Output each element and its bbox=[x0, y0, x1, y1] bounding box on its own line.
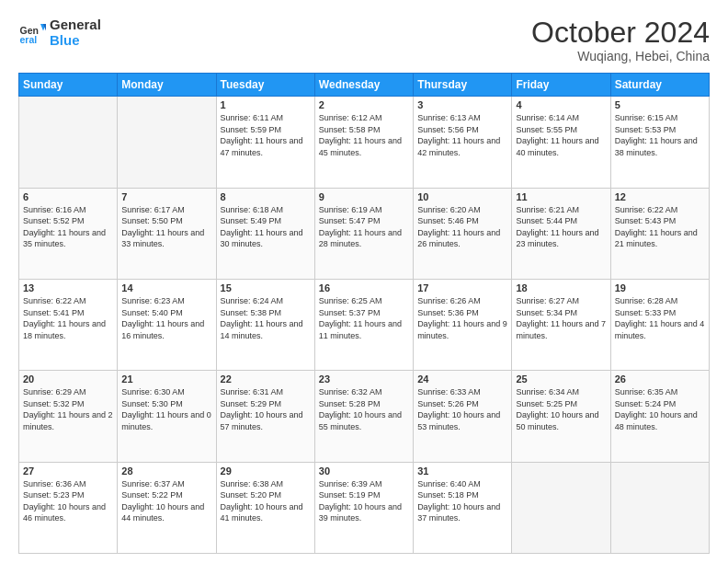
day-info: Sunrise: 6:21 AMSunset: 5:44 PMDaylight:… bbox=[516, 204, 606, 250]
day-number: 10 bbox=[417, 191, 507, 202]
day-info: Sunrise: 6:30 AMSunset: 5:30 PMDaylight:… bbox=[121, 386, 211, 432]
calendar-cell: 22Sunrise: 6:31 AMSunset: 5:29 PMDayligh… bbox=[216, 371, 314, 462]
day-number: 18 bbox=[516, 282, 606, 293]
calendar-cell: 24Sunrise: 6:33 AMSunset: 5:26 PMDayligh… bbox=[414, 371, 512, 462]
svg-text:eral: eral bbox=[20, 34, 38, 45]
calendar-week-row: 27Sunrise: 6:36 AMSunset: 5:23 PMDayligh… bbox=[19, 462, 710, 553]
calendar-cell: 17Sunrise: 6:26 AMSunset: 5:36 PMDayligh… bbox=[414, 279, 512, 370]
day-number: 11 bbox=[516, 191, 606, 202]
calendar-cell: 26Sunrise: 6:35 AMSunset: 5:24 PMDayligh… bbox=[610, 371, 709, 462]
calendar-cell: 4Sunrise: 6:14 AMSunset: 5:55 PMDaylight… bbox=[512, 97, 610, 188]
day-info: Sunrise: 6:25 AMSunset: 5:37 PMDaylight:… bbox=[319, 295, 409, 341]
day-number: 31 bbox=[417, 465, 507, 477]
calendar-cell: 3Sunrise: 6:13 AMSunset: 5:56 PMDaylight… bbox=[414, 97, 512, 188]
calendar-header-row: SundayMondayTuesdayWednesdayThursdayFrid… bbox=[19, 74, 710, 97]
calendar-cell: 8Sunrise: 6:18 AMSunset: 5:49 PMDaylight… bbox=[216, 188, 314, 279]
day-number: 19 bbox=[615, 282, 705, 293]
day-info: Sunrise: 6:17 AMSunset: 5:50 PMDaylight:… bbox=[121, 204, 211, 250]
day-info: Sunrise: 6:14 AMSunset: 5:55 PMDaylight:… bbox=[516, 112, 606, 158]
day-info: Sunrise: 6:29 AMSunset: 5:32 PMDaylight:… bbox=[23, 386, 113, 432]
location: Wuqiang, Hebei, China bbox=[531, 49, 710, 63]
calendar-cell: 30Sunrise: 6:39 AMSunset: 5:19 PMDayligh… bbox=[314, 462, 413, 553]
logo-general: General bbox=[50, 17, 101, 32]
day-info: Sunrise: 6:16 AMSunset: 5:52 PMDaylight:… bbox=[23, 204, 113, 250]
calendar-week-row: 13Sunrise: 6:22 AMSunset: 5:41 PMDayligh… bbox=[19, 279, 710, 370]
day-number: 5 bbox=[615, 99, 705, 110]
day-number: 22 bbox=[221, 373, 311, 385]
day-info: Sunrise: 6:22 AMSunset: 5:43 PMDaylight:… bbox=[615, 204, 705, 250]
calendar-cell: 1Sunrise: 6:11 AMSunset: 5:59 PMDaylight… bbox=[216, 97, 314, 188]
calendar-cell: 16Sunrise: 6:25 AMSunset: 5:37 PMDayligh… bbox=[314, 279, 413, 370]
calendar-cell: 28Sunrise: 6:37 AMSunset: 5:22 PMDayligh… bbox=[118, 462, 216, 553]
day-info: Sunrise: 6:13 AMSunset: 5:56 PMDaylight:… bbox=[417, 112, 507, 158]
day-info: Sunrise: 6:19 AMSunset: 5:47 PMDaylight:… bbox=[319, 204, 409, 250]
day-info: Sunrise: 6:36 AMSunset: 5:23 PMDaylight:… bbox=[23, 478, 113, 524]
day-number: 13 bbox=[23, 282, 113, 293]
day-info: Sunrise: 6:27 AMSunset: 5:34 PMDaylight:… bbox=[516, 295, 606, 341]
day-info: Sunrise: 6:11 AMSunset: 5:59 PMDaylight:… bbox=[221, 112, 311, 158]
calendar-cell: 10Sunrise: 6:20 AMSunset: 5:46 PMDayligh… bbox=[414, 188, 512, 279]
calendar-cell: 9Sunrise: 6:19 AMSunset: 5:47 PMDaylight… bbox=[314, 188, 413, 279]
day-number: 23 bbox=[319, 373, 409, 385]
day-number: 21 bbox=[121, 373, 211, 385]
weekday-header: Monday bbox=[118, 74, 216, 97]
calendar-cell: 14Sunrise: 6:23 AMSunset: 5:40 PMDayligh… bbox=[118, 279, 216, 370]
calendar-cell: 20Sunrise: 6:29 AMSunset: 5:32 PMDayligh… bbox=[19, 371, 118, 462]
calendar-cell: 23Sunrise: 6:32 AMSunset: 5:28 PMDayligh… bbox=[314, 371, 413, 462]
day-number: 7 bbox=[121, 191, 211, 202]
calendar-cell: 13Sunrise: 6:22 AMSunset: 5:41 PMDayligh… bbox=[19, 279, 118, 370]
weekday-header: Tuesday bbox=[216, 74, 314, 97]
day-number: 8 bbox=[221, 191, 311, 202]
day-number: 15 bbox=[221, 282, 311, 293]
day-info: Sunrise: 6:26 AMSunset: 5:36 PMDaylight:… bbox=[417, 295, 507, 341]
weekday-header: Friday bbox=[512, 74, 610, 97]
calendar-cell: 29Sunrise: 6:38 AMSunset: 5:20 PMDayligh… bbox=[216, 462, 314, 553]
calendar-week-row: 6Sunrise: 6:16 AMSunset: 5:52 PMDaylight… bbox=[19, 188, 710, 279]
weekday-header: Wednesday bbox=[314, 74, 413, 97]
calendar-cell bbox=[610, 462, 709, 553]
day-info: Sunrise: 6:38 AMSunset: 5:20 PMDaylight:… bbox=[221, 478, 311, 524]
day-number: 4 bbox=[516, 99, 606, 110]
calendar-cell bbox=[512, 462, 610, 553]
calendar-cell: 7Sunrise: 6:17 AMSunset: 5:50 PMDaylight… bbox=[118, 188, 216, 279]
title-block: October 2024 Wuqiang, Hebei, China bbox=[531, 17, 710, 63]
calendar-cell: 19Sunrise: 6:28 AMSunset: 5:33 PMDayligh… bbox=[610, 279, 709, 370]
calendar-cell: 2Sunrise: 6:12 AMSunset: 5:58 PMDaylight… bbox=[314, 97, 413, 188]
day-info: Sunrise: 6:32 AMSunset: 5:28 PMDaylight:… bbox=[319, 386, 409, 432]
day-number: 17 bbox=[417, 282, 507, 293]
day-number: 29 bbox=[221, 465, 311, 477]
calendar-cell: 25Sunrise: 6:34 AMSunset: 5:25 PMDayligh… bbox=[512, 371, 610, 462]
calendar-cell: 31Sunrise: 6:40 AMSunset: 5:18 PMDayligh… bbox=[414, 462, 512, 553]
day-number: 24 bbox=[417, 373, 507, 385]
logo-icon: Gen eral bbox=[18, 18, 46, 46]
calendar-week-row: 1Sunrise: 6:11 AMSunset: 5:59 PMDaylight… bbox=[19, 97, 710, 188]
day-info: Sunrise: 6:28 AMSunset: 5:33 PMDaylight:… bbox=[615, 295, 705, 341]
day-number: 30 bbox=[319, 465, 409, 477]
weekday-header: Saturday bbox=[610, 74, 709, 97]
weekday-header: Sunday bbox=[19, 74, 118, 97]
day-number: 6 bbox=[23, 191, 113, 202]
calendar-cell: 11Sunrise: 6:21 AMSunset: 5:44 PMDayligh… bbox=[512, 188, 610, 279]
day-number: 14 bbox=[121, 282, 211, 293]
day-number: 28 bbox=[121, 465, 211, 477]
day-info: Sunrise: 6:37 AMSunset: 5:22 PMDaylight:… bbox=[121, 478, 211, 524]
day-number: 12 bbox=[615, 191, 705, 202]
calendar-cell: 12Sunrise: 6:22 AMSunset: 5:43 PMDayligh… bbox=[610, 188, 709, 279]
day-info: Sunrise: 6:18 AMSunset: 5:49 PMDaylight:… bbox=[221, 204, 311, 250]
day-info: Sunrise: 6:22 AMSunset: 5:41 PMDaylight:… bbox=[23, 295, 113, 341]
day-number: 9 bbox=[319, 191, 409, 202]
day-number: 25 bbox=[516, 373, 606, 385]
calendar-table: SundayMondayTuesdayWednesdayThursdayFrid… bbox=[18, 73, 710, 554]
calendar-cell: 27Sunrise: 6:36 AMSunset: 5:23 PMDayligh… bbox=[19, 462, 118, 553]
day-info: Sunrise: 6:24 AMSunset: 5:38 PMDaylight:… bbox=[221, 295, 311, 341]
logo-blue: Blue bbox=[50, 32, 101, 48]
day-number: 2 bbox=[319, 99, 409, 110]
day-number: 3 bbox=[417, 99, 507, 110]
day-number: 26 bbox=[615, 373, 705, 385]
day-info: Sunrise: 6:12 AMSunset: 5:58 PMDaylight:… bbox=[319, 112, 409, 158]
day-number: 16 bbox=[319, 282, 409, 293]
calendar-cell: 6Sunrise: 6:16 AMSunset: 5:52 PMDaylight… bbox=[19, 188, 118, 279]
weekday-header: Thursday bbox=[414, 74, 512, 97]
calendar-cell: 21Sunrise: 6:30 AMSunset: 5:30 PMDayligh… bbox=[118, 371, 216, 462]
day-info: Sunrise: 6:35 AMSunset: 5:24 PMDaylight:… bbox=[615, 386, 705, 432]
